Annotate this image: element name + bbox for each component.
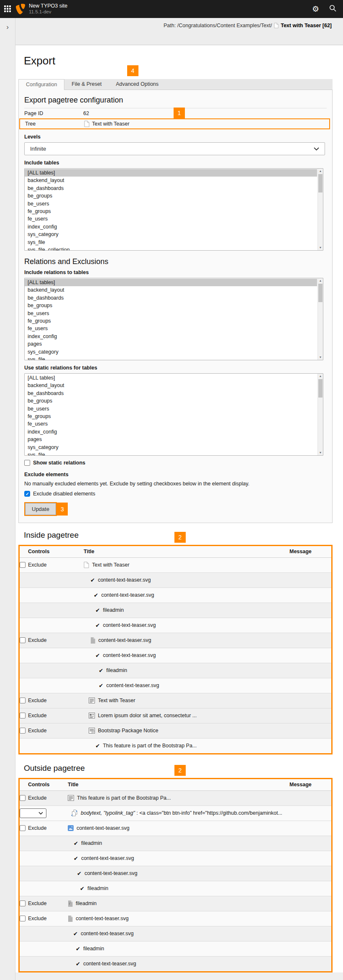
row-title: Lorem ipsum dolor sit amet, consectetur … bbox=[98, 713, 197, 718]
row-message bbox=[289, 723, 331, 738]
list-option[interactable]: be_groups bbox=[25, 192, 317, 200]
list-option[interactable]: sys_category bbox=[25, 444, 317, 451]
row-message bbox=[289, 618, 331, 633]
scroll-up-icon[interactable]: ▲ bbox=[318, 169, 323, 174]
list-option[interactable]: be_dashboards bbox=[25, 390, 317, 397]
tab-configuration[interactable]: Configuration bbox=[18, 79, 64, 90]
exclude-label: Exclude bbox=[28, 795, 46, 801]
list-option[interactable]: fe_users bbox=[25, 420, 317, 428]
row-message bbox=[289, 836, 331, 851]
exclude-disabled-row: Exclude disabled elements bbox=[24, 491, 327, 497]
list-option[interactable]: sys_file_collection bbox=[25, 246, 317, 251]
search-icon[interactable] bbox=[329, 5, 336, 13]
tab-advanced-options[interactable]: Advanced Options bbox=[109, 79, 166, 90]
list-option[interactable]: [ALL tables] bbox=[25, 279, 317, 286]
row-title: content-text-teaser.svg bbox=[77, 825, 129, 831]
exclude-label: Exclude bbox=[28, 900, 46, 906]
softref-select[interactable] bbox=[20, 808, 46, 818]
levels-select[interactable]: Infinite bbox=[24, 142, 325, 155]
scroll-down-icon[interactable]: ▼ bbox=[318, 245, 323, 250]
list-option[interactable]: fe_groups bbox=[25, 208, 317, 215]
list-option[interactable]: [ALL tables] bbox=[25, 374, 317, 382]
list-option[interactable]: be_dashboards bbox=[25, 294, 317, 302]
scrollbar[interactable]: ▲▼ bbox=[317, 169, 323, 250]
list-option[interactable]: be_users bbox=[25, 405, 317, 413]
list-option[interactable]: backend_layout bbox=[25, 286, 317, 294]
exclude-disabled-checkbox[interactable] bbox=[24, 491, 30, 497]
show-static-relations-row: Show static relations bbox=[24, 460, 327, 466]
list-option[interactable]: fe_groups bbox=[25, 413, 317, 420]
row-message bbox=[289, 956, 331, 971]
list-option[interactable]: be_users bbox=[25, 310, 317, 317]
list-option[interactable]: fe_groups bbox=[25, 317, 317, 325]
list-option[interactable]: index_config bbox=[25, 333, 317, 340]
exclude-checkbox[interactable] bbox=[20, 916, 26, 921]
check-icon: ✔ bbox=[80, 885, 84, 892]
exclude-checkbox[interactable] bbox=[20, 562, 26, 568]
list-option[interactable]: index_config bbox=[25, 223, 317, 231]
step-badge-4: 4 bbox=[127, 65, 138, 76]
page-icon bbox=[84, 562, 89, 568]
scrollbar[interactable]: ▲▼ bbox=[317, 278, 323, 360]
settings-icon[interactable]: ⚙ bbox=[312, 5, 319, 13]
include-relations-listbox[interactable]: [ALL tables]backend_layoutbe_dashboardsb… bbox=[24, 278, 323, 360]
list-option[interactable]: be_groups bbox=[25, 302, 317, 309]
scroll-down-icon[interactable]: ▼ bbox=[318, 450, 323, 455]
topbar: New TYPO3 site 11.5.1-dev ⚙ bbox=[0, 0, 343, 18]
list-option[interactable]: sys_file bbox=[25, 239, 317, 246]
tab-file-preset[interactable]: File & Preset bbox=[64, 79, 109, 90]
list-option[interactable]: pages bbox=[25, 436, 317, 443]
exclude-label: Exclude bbox=[28, 825, 46, 831]
tree-value: Text with Teaser bbox=[92, 121, 129, 127]
list-option[interactable]: sys_category bbox=[25, 348, 317, 356]
exclude-checkbox[interactable] bbox=[20, 795, 26, 801]
list-option[interactable]: index_config bbox=[25, 428, 317, 436]
scroll-thumb[interactable] bbox=[318, 379, 323, 398]
exclude-checkbox[interactable] bbox=[20, 637, 26, 643]
list-option[interactable]: backend_layout bbox=[25, 382, 317, 389]
exclude-checkbox[interactable] bbox=[20, 900, 26, 906]
static-relations-listbox[interactable]: [ALL tables]backend_layoutbe_dashboardsb… bbox=[24, 373, 323, 456]
row-title: fileadmin bbox=[106, 667, 127, 673]
exclude-checkbox[interactable] bbox=[20, 825, 26, 831]
exclude-checkbox[interactable] bbox=[20, 698, 26, 703]
list-option[interactable]: backend_layout bbox=[25, 177, 317, 184]
check-icon: ✔ bbox=[95, 743, 100, 749]
levels-label: Levels bbox=[24, 134, 327, 140]
table-row: bodytext, "typolink_tag" : <a class="btn… bbox=[20, 806, 331, 821]
list-option[interactable]: fe_users bbox=[25, 215, 317, 223]
list-option[interactable]: be_dashboards bbox=[25, 185, 317, 192]
list-option[interactable]: pages bbox=[25, 340, 317, 348]
check-icon: ✔ bbox=[99, 667, 103, 674]
list-option[interactable]: sys_file bbox=[25, 356, 317, 360]
content-textpic-icon bbox=[89, 713, 95, 718]
check-icon: ✔ bbox=[90, 577, 95, 583]
list-option[interactable]: sys_file bbox=[25, 451, 317, 456]
scroll-up-icon[interactable]: ▲ bbox=[318, 374, 323, 379]
scrollbar[interactable]: ▲▼ bbox=[317, 374, 323, 455]
include-tables-listbox[interactable]: [ALL tables]backend_layoutbe_dashboardsb… bbox=[24, 168, 323, 251]
scroll-thumb[interactable] bbox=[318, 174, 323, 192]
row-message bbox=[289, 851, 331, 866]
scroll-thumb[interactable] bbox=[318, 284, 323, 302]
docheader: Path: /Congratulations/Content Examples/… bbox=[15, 18, 343, 45]
show-static-relations-checkbox[interactable] bbox=[24, 460, 30, 466]
col-header-title: Title bbox=[66, 779, 289, 790]
list-option[interactable]: be_groups bbox=[25, 397, 317, 405]
step-badge-3: 3 bbox=[57, 503, 68, 516]
typo3-logo bbox=[16, 4, 25, 14]
list-option[interactable]: sys_category bbox=[25, 231, 317, 238]
row-title: content-text-teaser.svg bbox=[106, 682, 159, 688]
row-title: bodytext, "typolink_tag" : <a class="btn… bbox=[81, 810, 282, 816]
scroll-up-icon[interactable]: ▲ bbox=[318, 278, 323, 283]
list-option[interactable]: [ALL tables] bbox=[25, 169, 317, 177]
check-icon: ✔ bbox=[76, 961, 80, 967]
update-button[interactable]: Update bbox=[25, 503, 56, 515]
exclude-checkbox[interactable] bbox=[20, 728, 26, 734]
list-option[interactable]: fe_users bbox=[25, 325, 317, 332]
expand-sidebar-icon[interactable]: › bbox=[0, 23, 15, 31]
exclude-checkbox[interactable] bbox=[20, 713, 26, 718]
scroll-down-icon[interactable]: ▼ bbox=[318, 355, 323, 360]
module-menu-icon[interactable] bbox=[4, 5, 11, 13]
list-option[interactable]: be_users bbox=[25, 200, 317, 208]
